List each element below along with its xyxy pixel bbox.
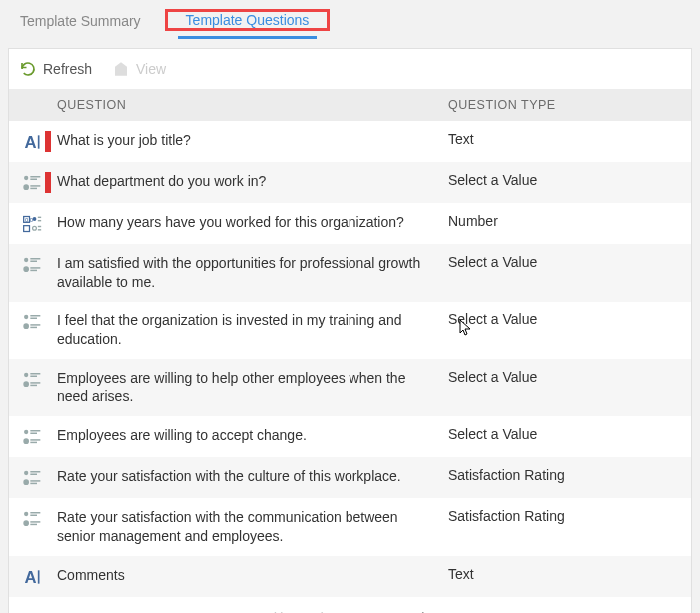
table-row[interactable]: What department do you work in?Select a …	[9, 162, 691, 203]
required-indicator	[45, 566, 51, 587]
row-type-icon-cell	[19, 467, 45, 488]
pager-prev-icon[interactable]	[309, 608, 331, 613]
pager-next-icon[interactable]	[414, 608, 436, 613]
svg-text:A: A	[25, 133, 37, 152]
question-cell: Employees are willing to help other empl…	[57, 369, 448, 407]
svg-point-20	[24, 267, 28, 271]
pager-page-input[interactable]	[352, 608, 392, 613]
select-type-icon	[22, 468, 42, 488]
table-row[interactable]: Rate your satisfaction with the communic…	[9, 498, 691, 556]
required-indicator	[45, 426, 51, 447]
required-indicator	[45, 213, 51, 234]
table-row[interactable]: 0.0How many years have you worked for th…	[9, 203, 691, 244]
select-type-icon	[22, 509, 42, 529]
question-cell: How many years have you worked for this …	[57, 213, 448, 232]
question-cell: Comments	[57, 566, 448, 585]
row-type-icon-cell: 0.0	[19, 213, 45, 234]
required-indicator	[45, 369, 51, 407]
svg-text:0.0: 0.0	[25, 217, 34, 223]
row-type-icon-cell	[19, 426, 45, 447]
text-type-icon: A	[22, 132, 42, 152]
table-row[interactable]: I am satisfied with the opportunities fo…	[9, 244, 691, 302]
required-indicator	[45, 508, 51, 546]
table-row[interactable]: I feel that the organization is invested…	[9, 302, 691, 359]
svg-point-29	[24, 372, 28, 376]
question-type-cell: Satisfaction Rating	[448, 467, 691, 483]
svg-point-47	[24, 512, 28, 516]
tab-template-questions[interactable]: Template Questions	[178, 2, 318, 39]
header-question-type: QUESTION TYPE	[448, 98, 691, 112]
svg-point-26	[24, 324, 28, 328]
table-row[interactable]: Employees are willing to help other empl…	[9, 359, 691, 417]
question-cell: Employees are willing to accept change.	[57, 426, 448, 445]
row-type-icon-cell	[19, 172, 45, 193]
svg-point-14	[33, 226, 37, 230]
question-cell: I am satisfied with the opportunities fo…	[57, 254, 448, 292]
svg-text:A: A	[25, 568, 37, 587]
table-row[interactable]: AWhat is your job title?Text	[9, 121, 691, 162]
svg-point-23	[24, 315, 28, 319]
question-cell: Rate your satisfaction with the culture …	[57, 467, 448, 486]
select-type-icon	[22, 370, 42, 390]
svg-point-32	[24, 382, 28, 386]
view-icon	[112, 60, 130, 78]
text-type-icon: A	[22, 567, 42, 587]
question-cell: I feel that the organization is invested…	[57, 311, 448, 349]
required-indicator	[45, 131, 51, 152]
question-type-cell: Select a Value	[448, 426, 691, 442]
tab-template-questions-highlight: Template Questions	[165, 9, 331, 31]
question-type-cell: Select a Value	[448, 311, 691, 327]
svg-point-2	[24, 176, 28, 180]
number-type-icon: 0.0	[22, 214, 42, 234]
svg-point-50	[24, 521, 28, 525]
table-row[interactable]: Rate your satisfaction with the culture …	[9, 457, 691, 498]
header-question: QUESTION	[57, 98, 448, 112]
toolbar: Refresh View	[9, 49, 691, 89]
question-type-cell: Number	[448, 213, 691, 229]
row-type-icon-cell	[19, 369, 45, 390]
select-type-icon	[22, 312, 42, 332]
svg-rect-10	[24, 226, 30, 232]
grid-body: AWhat is your job title?TextWhat departm…	[9, 121, 691, 597]
row-type-icon-cell	[19, 254, 45, 275]
question-cell: Rate your satisfaction with the communic…	[57, 508, 448, 546]
refresh-label: Refresh	[43, 61, 92, 77]
view-label: View	[136, 61, 166, 77]
select-type-icon	[22, 173, 42, 193]
svg-point-17	[24, 258, 28, 262]
question-type-cell: Satisfaction Rating	[448, 508, 691, 524]
select-type-icon	[22, 255, 42, 275]
tab-template-summary[interactable]: Template Summary	[12, 3, 149, 37]
table-row[interactable]: ACommentsText	[9, 556, 691, 597]
row-type-icon-cell	[19, 508, 45, 529]
row-type-icon-cell: A	[19, 566, 45, 587]
question-type-cell: Select a Value	[448, 172, 691, 188]
row-type-icon-cell: A	[19, 131, 45, 152]
select-type-icon	[22, 427, 42, 447]
question-type-cell: Select a Value	[448, 254, 691, 270]
question-type-cell: Text	[448, 131, 691, 147]
required-indicator	[45, 172, 51, 193]
refresh-button[interactable]: Refresh	[19, 60, 92, 78]
refresh-icon	[19, 60, 37, 78]
pager-first-icon[interactable]	[265, 608, 287, 613]
view-button: View	[112, 60, 166, 78]
required-indicator	[45, 254, 51, 292]
svg-point-5	[24, 185, 28, 189]
table-row[interactable]: Employees are willing to accept change.S…	[9, 416, 691, 457]
question-type-cell: Select a Value	[448, 369, 691, 385]
pager	[9, 597, 691, 613]
row-type-icon-cell	[19, 311, 45, 332]
tab-bar: Template Summary Template Questions	[0, 0, 700, 40]
question-cell: What department do you work in?	[57, 172, 448, 191]
svg-point-41	[24, 471, 28, 475]
question-type-cell: Text	[448, 566, 691, 582]
svg-point-11	[33, 217, 37, 221]
question-cell: What is your job title?	[57, 131, 448, 150]
svg-point-35	[24, 430, 28, 434]
grid-header: QUESTION QUESTION TYPE	[9, 89, 691, 121]
svg-point-44	[24, 480, 28, 484]
svg-point-38	[24, 439, 28, 443]
questions-panel: Refresh View QUESTION QUESTION TYPE AWha…	[8, 48, 692, 613]
required-indicator	[45, 311, 51, 349]
